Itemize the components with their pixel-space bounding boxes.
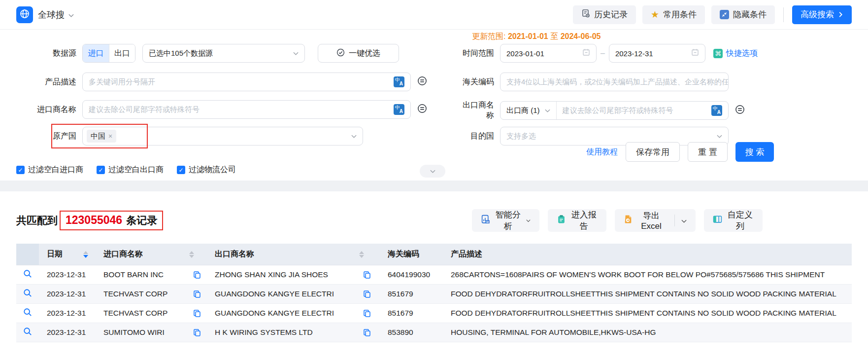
export-excel-button[interactable]: 导出Excel bbox=[615, 209, 696, 232]
sort-importer[interactable] bbox=[189, 251, 194, 258]
date-start-input[interactable]: 2023-01-01 bbox=[500, 44, 597, 63]
header-desc-label: 产品描述 bbox=[451, 249, 482, 259]
importer-label: 进口商名称 bbox=[16, 105, 82, 115]
quick-options-button[interactable]: ⌘ 快捷选项 bbox=[713, 48, 758, 59]
date-end-value: 2023-12-31 bbox=[615, 49, 653, 58]
cell-exporter: GUANGDONG KANGYE ELECTRI bbox=[215, 309, 334, 318]
copy-icon[interactable] bbox=[363, 290, 371, 298]
checkbox-filter-logistics[interactable]: ✓ 过滤物流公司 bbox=[177, 165, 236, 175]
row-product-desc: 产品描述 多关键词用分号隔开 中A bbox=[16, 73, 450, 91]
magnifier-icon[interactable] bbox=[23, 308, 32, 319]
cell-importer: SUMITOMO WIRI bbox=[103, 328, 165, 337]
data-source-label: 数据源 bbox=[16, 48, 82, 59]
checkbox-checked-icon[interactable]: ✓ bbox=[177, 166, 185, 174]
cell-exporter: GUANGDONG KANGYE ELECTRI bbox=[215, 290, 334, 298]
origin-country-select[interactable]: 中国 × bbox=[82, 127, 363, 145]
synonym-icon[interactable] bbox=[417, 76, 427, 88]
advanced-search-label: 高级搜索 bbox=[801, 9, 834, 20]
save-common-button[interactable]: 保存常用 bbox=[626, 142, 680, 162]
collapse-icon bbox=[720, 10, 729, 19]
one-click-optimize-button[interactable]: 一键优选 bbox=[318, 44, 399, 63]
header-exporter-label: 出口商名称 bbox=[215, 249, 254, 259]
tab-import[interactable]: 进口 bbox=[83, 44, 109, 62]
importer-input[interactable]: 建议去除公司尾部字符或特殊符号 中A bbox=[82, 100, 411, 119]
product-desc-label: 产品描述 bbox=[16, 77, 82, 87]
checkbox-filter-blank-exporter[interactable]: ✓ 过滤空白出口商 bbox=[97, 165, 164, 175]
copy-icon[interactable] bbox=[363, 271, 371, 279]
translate-icon[interactable]: 中A bbox=[711, 105, 722, 116]
history-icon bbox=[581, 9, 590, 20]
expand-collapse-toggle[interactable] bbox=[420, 165, 445, 178]
filter-actions: 使用教程 保存常用 重 置 搜 索 bbox=[586, 142, 774, 162]
tag-close-icon[interactable]: × bbox=[108, 132, 112, 140]
product-desc-input[interactable]: 多关键词用分号隔开 中A bbox=[82, 73, 411, 91]
history-button[interactable]: 历史记录 bbox=[573, 5, 636, 24]
advanced-search-button[interactable]: 高级搜索 bbox=[792, 5, 852, 24]
data-source-select[interactable]: 已选中105个数据源 bbox=[142, 44, 305, 63]
synonym-icon[interactable] bbox=[417, 104, 427, 115]
sort-date[interactable] bbox=[83, 251, 88, 258]
header-importer-label: 进口商名称 bbox=[103, 249, 143, 259]
copy-icon[interactable] bbox=[193, 328, 201, 336]
sort-exporter[interactable] bbox=[359, 251, 364, 258]
reset-button[interactable]: 重 置 bbox=[688, 142, 728, 162]
button-divider bbox=[674, 215, 675, 226]
hs-code-placeholder: 支持4位以上海关编码，或2位海关编码加上产品描述、企业名称的任意… bbox=[506, 77, 729, 87]
copy-icon[interactable] bbox=[193, 271, 201, 279]
copy-icon[interactable] bbox=[363, 328, 371, 336]
table-row: 2023-12-31 TECHVAST CORP GUANGDONG KANGY… bbox=[16, 304, 852, 323]
enter-report-button[interactable]: 进入报告 bbox=[548, 209, 606, 232]
results-actions: BI 智能分析 进入报告 bbox=[472, 209, 763, 232]
date-end-input[interactable]: 2023-12-31 bbox=[609, 44, 705, 63]
exporter-input[interactable]: 建议去除公司尾部字符或特殊符号 中A bbox=[557, 105, 729, 116]
cell-date: 2023-12-31 bbox=[47, 270, 86, 279]
checkbox-checked-icon[interactable]: ✓ bbox=[97, 166, 105, 174]
checkbox-filter-blank-importer[interactable]: ✓ 过滤空白进口商 bbox=[16, 165, 83, 175]
results-table: 日期 进口商名称 出口商名称 海关编码 产品描述 bbox=[16, 244, 852, 342]
checkbox-checked-icon[interactable]: ✓ bbox=[16, 166, 25, 174]
dest-country-placeholder: 支持多选 bbox=[506, 132, 536, 141]
update-range-from: 2021-01-01 bbox=[508, 32, 548, 40]
results-count-prefix: 共匹配到 bbox=[16, 214, 58, 227]
exporter-field: 出口商 (1) 建议去除公司尾部字符或特殊符号 中A bbox=[500, 101, 729, 120]
exporter-type-select[interactable]: 出口商 (1) bbox=[501, 102, 557, 119]
copy-icon[interactable] bbox=[193, 309, 201, 317]
header-product-desc: 产品描述 bbox=[446, 244, 852, 265]
app-name: 全球搜 bbox=[38, 9, 65, 21]
hs-code-input[interactable]: 支持4位以上海关编码，或2位海关编码加上产品描述、企业名称的任意… bbox=[500, 73, 729, 91]
header-hs-code: 海关编码 bbox=[377, 244, 446, 265]
cell-importer: TECHVAST CORP bbox=[103, 309, 167, 318]
checkbox-label: 过滤物流公司 bbox=[189, 165, 236, 175]
globe-icon bbox=[19, 8, 30, 21]
copy-icon[interactable] bbox=[363, 309, 371, 317]
hide-conditions-button[interactable]: 隐藏条件 bbox=[711, 5, 775, 24]
copy-icon[interactable] bbox=[193, 290, 201, 298]
row-time-range: 时间范围 2023-01-01 – 2023-12-31 ⌘ 快捷选项 bbox=[456, 44, 758, 63]
cell-hs-code: 851679 bbox=[388, 309, 413, 318]
search-button[interactable]: 搜 索 bbox=[735, 142, 774, 162]
custom-columns-button[interactable]: 自定义列 bbox=[704, 209, 763, 232]
tutorial-link[interactable]: 使用教程 bbox=[586, 147, 618, 157]
topbar-actions: 历史记录 ★ 常用条件 隐藏条件 高级搜索 bbox=[573, 5, 852, 24]
hide-conditions-label: 隐藏条件 bbox=[733, 9, 767, 20]
exporter-type-value: 出口商 (1) bbox=[506, 106, 540, 115]
export-excel-label: 导出Excel bbox=[637, 210, 665, 231]
update-range-label: 更新范围: bbox=[472, 32, 505, 40]
magnifier-icon[interactable] bbox=[23, 327, 32, 338]
export-more-chevron[interactable] bbox=[681, 216, 687, 225]
cell-importer: BOOT BARN INC bbox=[103, 270, 164, 279]
smart-analysis-button[interactable]: BI 智能分析 bbox=[472, 209, 539, 232]
update-range: 更新范围: 2021-01-01 至 2024-06-05 bbox=[472, 32, 601, 42]
chevron-down-icon[interactable] bbox=[68, 10, 74, 19]
tab-export[interactable]: 出口 bbox=[109, 44, 135, 62]
favorites-button[interactable]: ★ 常用条件 bbox=[642, 5, 705, 24]
magnifier-icon[interactable] bbox=[23, 289, 32, 299]
translate-icon[interactable]: 中A bbox=[394, 76, 404, 87]
synonym-icon[interactable] bbox=[735, 105, 745, 116]
row-hs-code: 海关编码 支持4位以上海关编码，或2位海关编码加上产品描述、企业名称的任意… bbox=[456, 73, 729, 91]
quick-options-label: 快捷选项 bbox=[726, 48, 758, 59]
cell-date: 2023-12-31 bbox=[47, 328, 86, 337]
import-export-tabs: 进口 出口 bbox=[82, 44, 135, 63]
magnifier-icon[interactable] bbox=[23, 269, 32, 280]
translate-icon[interactable]: 中A bbox=[394, 104, 404, 115]
